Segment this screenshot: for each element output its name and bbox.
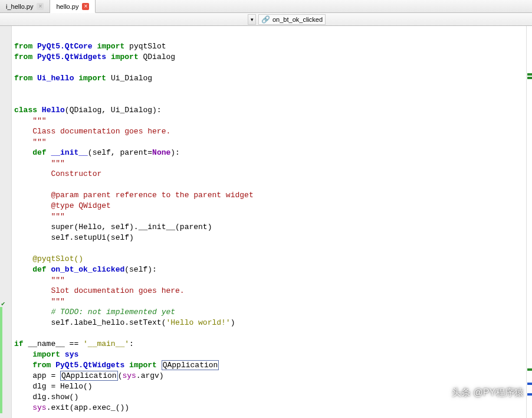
symbol-selector[interactable]: 🔗 on_bt_ok_clicked bbox=[258, 14, 326, 25]
ruler-mark bbox=[527, 77, 532, 79]
tab-ui-hello[interactable]: i_hello.py × bbox=[0, 0, 50, 12]
ruler-mark bbox=[527, 73, 532, 76]
close-icon[interactable]: × bbox=[82, 3, 89, 10]
chevron-down-icon[interactable]: ▾ bbox=[248, 14, 256, 25]
ruler-mark bbox=[527, 368, 532, 371]
ruler-mark bbox=[527, 383, 532, 385]
fold-gutter[interactable]: ✔ bbox=[0, 26, 12, 418]
overview-ruler[interactable] bbox=[526, 26, 532, 418]
editor-area: ✔ from PyQt5.QtCore import pyqtSlot from… bbox=[0, 26, 532, 418]
symbol-label: on_bt_ok_clicked bbox=[272, 16, 323, 23]
tab-hello[interactable]: hello.py × bbox=[50, 0, 96, 13]
link-icon: 🔗 bbox=[261, 15, 270, 24]
tab-label: hello.py bbox=[56, 3, 78, 10]
ruler-mark bbox=[527, 393, 532, 396]
symbol-toolbar: ▾ 🔗 on_bt_ok_clicked bbox=[0, 13, 532, 26]
code-editor[interactable]: from PyQt5.QtCore import pyqtSlot from P… bbox=[12, 26, 526, 418]
close-icon[interactable]: × bbox=[37, 3, 44, 10]
tab-label: i_hello.py bbox=[6, 3, 33, 10]
check-icon: ✔ bbox=[1, 300, 9, 307]
tab-bar: i_hello.py × hello.py × bbox=[0, 0, 532, 13]
change-bar bbox=[0, 307, 2, 413]
